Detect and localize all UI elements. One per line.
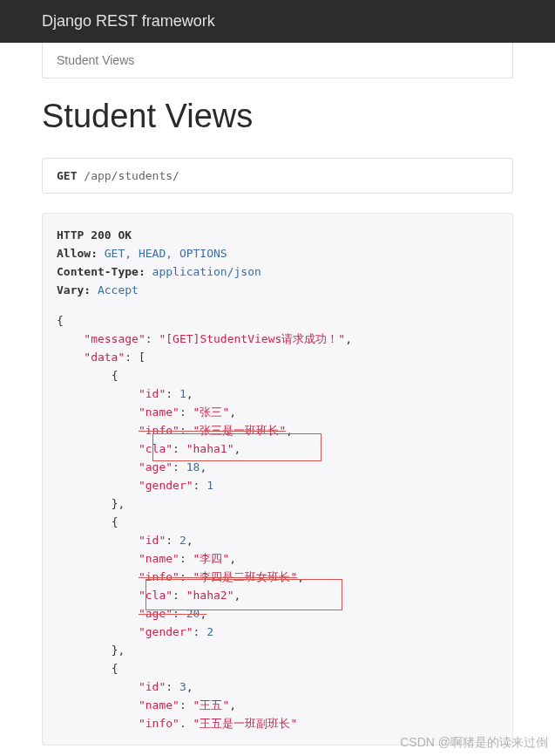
navbar: Django REST framework: [0, 0, 555, 43]
header-vary: Vary: Accept: [57, 281, 498, 299]
brand-text[interactable]: Django REST framework: [42, 12, 215, 30]
header-allow: Allow: GET, HEAD, OPTIONS: [57, 244, 498, 262]
json-body: { message: [GET]StudentViews请求成功！, data:…: [57, 311, 498, 732]
breadcrumb-current: Student Views: [57, 53, 134, 67]
http-method: GET: [57, 169, 77, 182]
header-content-type: Content-Type: application/json: [57, 262, 498, 281]
breadcrumb: Student Views: [42, 43, 513, 78]
page-title: Student Views: [42, 98, 513, 135]
request-line: GET /app/students/: [42, 158, 513, 194]
status-line: HTTP 200 OK: [57, 226, 498, 244]
response-panel: HTTP 200 OK Allow: GET, HEAD, OPTIONS Co…: [42, 213, 513, 746]
main-content: Student Views Student Views GET /app/stu…: [0, 43, 555, 746]
http-path: /app/students/: [84, 169, 179, 182]
